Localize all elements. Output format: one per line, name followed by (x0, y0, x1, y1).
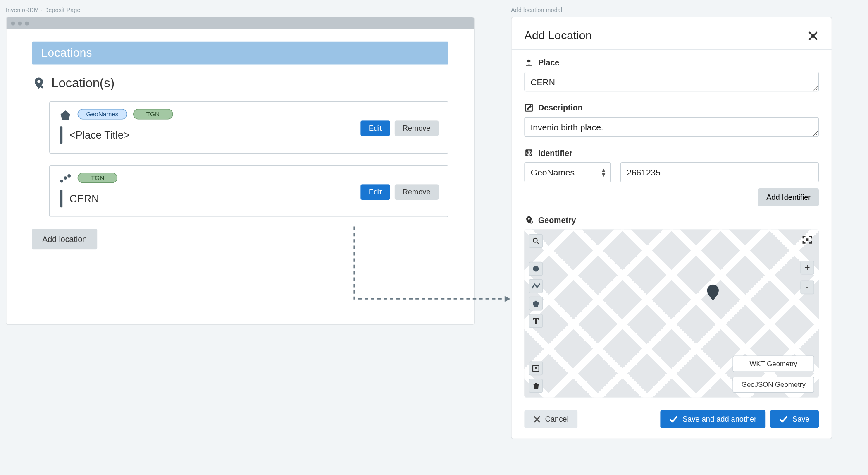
svg-rect-14 (806, 238, 809, 241)
traffic-dot (25, 21, 29, 25)
svg-point-5 (527, 60, 530, 62)
window-titlebar (6, 17, 474, 29)
check-icon (780, 416, 788, 423)
edit-button[interactable]: Edit (360, 120, 390, 136)
map-export-icon[interactable] (529, 362, 543, 376)
identifier-label-text: Identifier (538, 148, 572, 157)
section-header: Location(s) (32, 76, 448, 91)
section-title: Location(s) (52, 76, 114, 91)
cancel-label: Cancel (545, 415, 569, 423)
map-pin-icon (706, 284, 719, 300)
geometry-map[interactable]: T + - WKT Geometry GeoJSON Geometr (524, 229, 819, 397)
person-pin-icon (524, 58, 533, 67)
map-draw-line-icon[interactable] (529, 279, 543, 293)
svg-point-3 (67, 174, 71, 178)
left-caption: InvenioRDM - Deposit Page (6, 7, 475, 13)
location-title: <Place Title> (69, 129, 130, 141)
place-label: Place (524, 58, 819, 67)
map-pin-plus-icon (524, 216, 533, 225)
add-location-button[interactable]: Add location (32, 229, 97, 249)
polygon-icon (59, 109, 72, 122)
place-label-text: Place (538, 58, 559, 67)
deposit-window: Locations Location(s) GeoNames TGN (6, 17, 475, 325)
map-trash-icon[interactable] (529, 379, 543, 393)
save-add-another-label: Save and add another (682, 415, 756, 423)
multipoint-icon (59, 173, 72, 185)
map-draw-polygon-icon[interactable] (529, 297, 543, 311)
traffic-dot (11, 21, 15, 25)
traffic-dot (18, 21, 22, 25)
add-identifier-button[interactable]: Add Identifier (758, 188, 819, 206)
map-fullscreen-icon[interactable] (800, 234, 814, 246)
locations-banner: Locations (32, 42, 448, 65)
save-button[interactable]: Save (770, 410, 819, 428)
cancel-button[interactable]: Cancel (524, 410, 577, 428)
svg-point-1 (60, 180, 63, 183)
add-location-modal: Add Location Place Description (511, 17, 832, 439)
title-bar-accent (60, 190, 63, 207)
identifier-scheme-select[interactable]: GeoNames (524, 162, 611, 182)
svg-point-11 (533, 266, 539, 272)
remove-button[interactable]: Remove (394, 184, 439, 200)
description-label: Description (524, 103, 819, 112)
map-zoom-out-button[interactable]: - (800, 281, 814, 295)
svg-marker-0 (61, 110, 70, 120)
close-icon[interactable] (807, 30, 819, 41)
wkt-geometry-button[interactable]: WKT Geometry (733, 356, 814, 372)
globe-icon (524, 148, 533, 157)
location-card: TGN Edit Remove CERN (49, 165, 448, 217)
title-bar-accent (60, 126, 63, 144)
location-title: CERN (69, 193, 99, 205)
check-icon (670, 416, 678, 423)
save-and-add-another-button[interactable]: Save and add another (661, 410, 766, 428)
save-label: Save (792, 415, 809, 423)
identifier-label: Identifier (524, 148, 819, 157)
identifier-value-input[interactable] (620, 162, 819, 182)
place-input[interactable] (524, 72, 819, 92)
svg-marker-12 (533, 300, 539, 307)
modal-title: Add Location (524, 29, 591, 42)
map-zoom-in-button[interactable]: + (800, 261, 814, 275)
svg-marker-4 (505, 296, 510, 302)
tag-tgn: TGN (133, 109, 173, 119)
right-caption: Add location modal (511, 7, 832, 13)
svg-point-2 (64, 176, 67, 180)
edit-button[interactable]: Edit (360, 184, 390, 200)
location-card: GeoNames TGN Edit Remove <Place Title> (49, 101, 448, 154)
tag-tgn: TGN (78, 173, 118, 183)
map-search-icon[interactable] (529, 234, 543, 248)
geometry-label-text: Geometry (538, 216, 576, 225)
tag-geonames: GeoNames (78, 109, 127, 119)
remove-button[interactable]: Remove (394, 120, 439, 136)
divider (512, 49, 832, 50)
svg-point-10 (533, 238, 537, 242)
description-label-text: Description (538, 103, 583, 112)
edit-square-icon (524, 103, 533, 112)
description-input[interactable] (524, 117, 819, 137)
map-draw-point-icon[interactable] (529, 262, 543, 276)
map-pin-star-icon (32, 77, 46, 91)
geojson-geometry-button[interactable]: GeoJSON Geometry (733, 377, 814, 393)
map-draw-text-icon[interactable]: T (529, 314, 543, 328)
geometry-label: Geometry (524, 216, 819, 225)
x-icon (534, 416, 541, 423)
